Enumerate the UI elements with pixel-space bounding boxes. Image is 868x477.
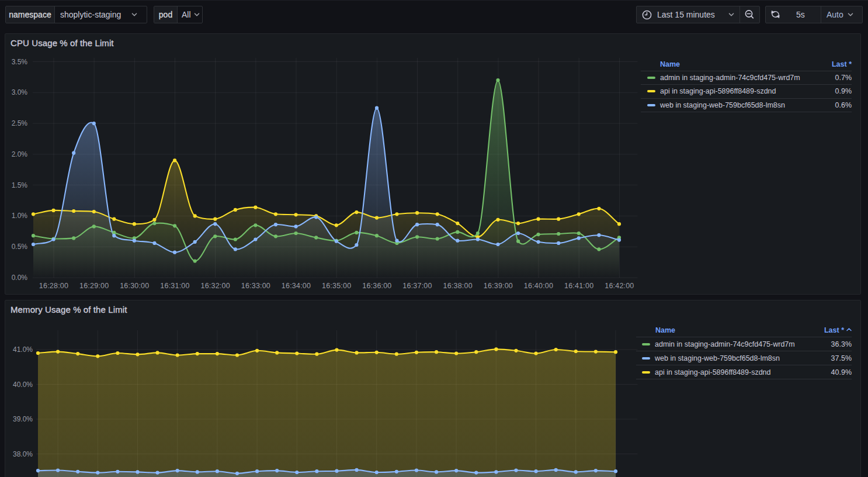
svg-text:1.5%: 1.5% xyxy=(12,181,28,189)
svg-text:16:41:00: 16:41:00 xyxy=(564,282,593,290)
svg-text:0.0%: 0.0% xyxy=(12,274,28,282)
svg-text:41.0%: 41.0% xyxy=(13,345,33,354)
svg-text:16:28:00: 16:28:00 xyxy=(39,282,68,290)
svg-text:16:29:00: 16:29:00 xyxy=(79,282,109,290)
svg-text:16:32:00: 16:32:00 xyxy=(201,282,230,290)
svg-text:40.0%: 40.0% xyxy=(13,381,33,389)
svg-text:16:35:00: 16:35:00 xyxy=(322,282,351,290)
svg-text:16:42:00: 16:42:00 xyxy=(605,282,634,290)
svg-text:16:40:00: 16:40:00 xyxy=(524,282,553,290)
svg-text:16:36:00: 16:36:00 xyxy=(362,282,391,290)
svg-text:0.5%: 0.5% xyxy=(12,243,28,251)
svg-text:16:30:00: 16:30:00 xyxy=(120,282,149,290)
svg-text:1.0%: 1.0% xyxy=(12,212,28,220)
svg-text:16:33:00: 16:33:00 xyxy=(241,282,270,290)
svg-text:16:38:00: 16:38:00 xyxy=(443,282,473,290)
svg-text:3.5%: 3.5% xyxy=(12,58,28,66)
svg-text:16:31:00: 16:31:00 xyxy=(160,282,189,290)
svg-text:2.5%: 2.5% xyxy=(12,119,28,127)
svg-text:38.0%: 38.0% xyxy=(13,450,33,458)
svg-text:39.0%: 39.0% xyxy=(13,415,33,423)
svg-text:16:39:00: 16:39:00 xyxy=(484,282,513,290)
svg-text:2.0%: 2.0% xyxy=(12,150,28,158)
svg-text:16:34:00: 16:34:00 xyxy=(282,282,311,290)
svg-text:16:37:00: 16:37:00 xyxy=(402,282,432,290)
svg-text:3.0%: 3.0% xyxy=(12,88,28,96)
